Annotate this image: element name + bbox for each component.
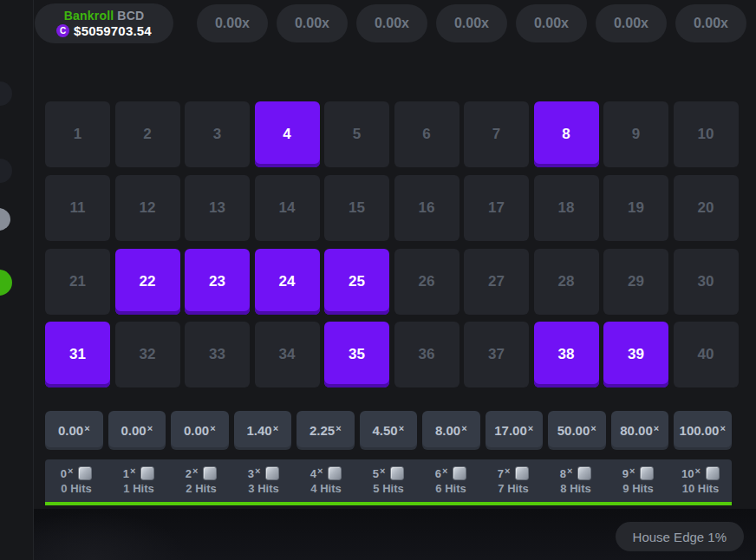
times-symbol: ×: [273, 423, 278, 433]
grid-tile-18[interactable]: 18: [534, 175, 599, 241]
grid-tile-38[interactable]: 38: [534, 322, 599, 387]
hits-times-count: 3: [248, 467, 254, 480]
grid-tile-3[interactable]: 3: [185, 101, 250, 167]
multiplier-tile-5: 4.50×: [360, 411, 418, 450]
recent-results: 0.00x0.00x0.00x0.00x0.00x0.00x0.00x: [197, 4, 746, 42]
grid-tile-30[interactable]: 30: [674, 249, 739, 315]
times-symbol: ×: [130, 466, 135, 476]
grid-tile-20[interactable]: 20: [674, 175, 739, 241]
grid-tile-28[interactable]: 28: [534, 249, 599, 315]
multiplier-tile-8: 50.00×: [548, 411, 606, 450]
bankroll-currency: BCD: [117, 9, 144, 23]
times-symbol: ×: [654, 423, 659, 433]
times-symbol: ×: [590, 423, 596, 433]
left-sidebar-edge: [0, 0, 34, 560]
hits-cell-8: 8×8 Hits: [544, 459, 607, 502]
multiplier-tile-6: 8.00×: [422, 411, 480, 450]
grid-tile-23[interactable]: 23: [185, 249, 250, 315]
grid-tile-37[interactable]: 37: [464, 322, 529, 387]
grid-tile-22[interactable]: 22: [115, 249, 180, 315]
multiplier-tile-4: 2.25×: [297, 411, 355, 450]
grid-tile-12[interactable]: 12: [115, 175, 180, 241]
hits-bar: 0×0 Hits1×1 Hits2×2 Hits3×3 Hits4×4 Hits…: [45, 459, 732, 505]
grid-tile-16[interactable]: 16: [394, 175, 459, 241]
result-pill-5: 0.00x: [596, 4, 667, 42]
hits-times-count: 6: [435, 467, 441, 480]
grid-tile-19[interactable]: 19: [603, 175, 668, 241]
grid-tile-10[interactable]: 10: [674, 101, 739, 167]
gem-icon: [328, 466, 342, 480]
hits-count-label: 0 Hits: [61, 482, 91, 495]
hits-times-count: 2: [186, 467, 192, 480]
grid-tile-24[interactable]: 24: [255, 249, 320, 315]
gem-icon: [390, 466, 404, 480]
grid-tile-8[interactable]: 8: [534, 101, 599, 167]
times-symbol: ×: [567, 466, 572, 476]
result-pill-2: 0.00x: [356, 4, 427, 42]
grid-tile-39[interactable]: 39: [603, 322, 668, 387]
grid-tile-6[interactable]: 6: [394, 101, 459, 167]
grid-tile-27[interactable]: 27: [464, 249, 529, 315]
times-symbol: ×: [695, 466, 701, 476]
hits-cell-9: 9×9 Hits: [607, 459, 669, 502]
bankroll-header: BankrollBCD: [64, 9, 145, 23]
hits-times-count: 5: [373, 467, 379, 480]
multiplier-value: 50.00: [557, 423, 590, 438]
hits-count-label: 2 Hits: [186, 482, 216, 495]
grid-tile-40[interactable]: 40: [674, 322, 739, 387]
grid-tile-36[interactable]: 36: [394, 322, 459, 387]
grid-tile-5[interactable]: 5: [324, 101, 389, 167]
grid-tile-4[interactable]: 4: [255, 101, 320, 167]
hits-multiplier-line: 7×: [498, 466, 530, 480]
multiplier-value: 80.00: [620, 423, 653, 438]
number-grid: 1234567891011121314151617181920212223242…: [45, 101, 739, 387]
grid-tile-29[interactable]: 29: [603, 249, 668, 315]
hits-multiplier-line: 1×: [123, 466, 155, 480]
gem-icon: [203, 466, 217, 480]
hits-multiplier-line: 0×: [61, 466, 93, 480]
grid-tile-35[interactable]: 35: [324, 322, 389, 387]
gem-icon: [265, 466, 279, 480]
grid-tile-14[interactable]: 14: [255, 175, 320, 241]
hits-cell-7: 7×7 Hits: [482, 459, 544, 502]
grid-tile-11[interactable]: 11: [45, 175, 110, 241]
times-symbol: ×: [147, 423, 153, 433]
grid-tile-26[interactable]: 26: [394, 249, 459, 315]
grid-tile-21[interactable]: 21: [45, 249, 110, 315]
grid-tile-31[interactable]: 31: [45, 322, 110, 387]
hits-times-count: 4: [310, 467, 316, 480]
hits-multiplier-line: 5×: [373, 466, 405, 480]
grid-tile-34[interactable]: 34: [255, 322, 320, 387]
sidebar-cutoff-icon: [0, 159, 12, 183]
result-pill-3: 0.00x: [436, 4, 507, 42]
times-symbol: ×: [84, 423, 89, 433]
sidebar-cutoff-avatar: [0, 208, 10, 231]
grid-tile-1[interactable]: 1: [45, 101, 110, 167]
grid-tile-9[interactable]: 9: [603, 101, 668, 167]
grid-tile-33[interactable]: 33: [185, 322, 250, 387]
grid-tile-13[interactable]: 13: [185, 175, 250, 241]
gem-icon: [515, 466, 529, 480]
hits-multiplier-line: 8×: [560, 466, 592, 480]
grid-tile-32[interactable]: 32: [115, 322, 180, 387]
bankroll-amount: $5059703.54: [74, 23, 152, 39]
hits-multiplier-line: 2×: [186, 466, 218, 480]
bankroll-pill[interactable]: BankrollBCD C $5059703.54: [35, 3, 173, 43]
hits-cell-2: 2×2 Hits: [170, 459, 232, 502]
hits-cell-10: 10×10 Hits: [669, 459, 732, 502]
house-edge-badge[interactable]: House Edge 1%: [616, 522, 744, 551]
grid-tile-7[interactable]: 7: [464, 101, 529, 167]
grid-tile-25[interactable]: 25: [324, 249, 389, 315]
multiplier-row: 0.00×0.00×0.00×1.40×2.25×4.50×8.00×17.00…: [45, 411, 732, 450]
grid-tile-2[interactable]: 2: [115, 101, 180, 167]
bankroll-amount-row: C $5059703.54: [56, 23, 152, 39]
times-symbol: ×: [442, 466, 447, 476]
hits-count-label: 10 Hits: [682, 482, 720, 495]
multiplier-tile-2: 0.00×: [171, 411, 229, 450]
grid-tile-15[interactable]: 15: [324, 175, 389, 241]
multiplier-tile-3: 1.40×: [234, 411, 292, 450]
hits-count-label: 6 Hits: [435, 482, 466, 495]
times-symbol: ×: [399, 423, 404, 433]
result-pill-6: 0.00x: [675, 4, 746, 42]
grid-tile-17[interactable]: 17: [464, 175, 529, 241]
